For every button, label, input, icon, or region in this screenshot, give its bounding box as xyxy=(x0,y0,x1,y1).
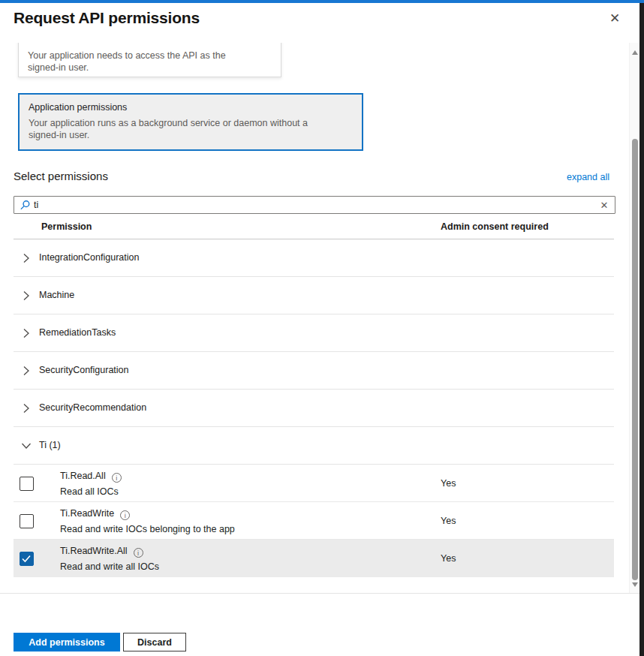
application-permissions-title: Application permissions xyxy=(29,102,353,113)
chevron-down-icon xyxy=(20,440,32,452)
info-icon[interactable]: i xyxy=(112,473,122,483)
search-icon xyxy=(20,200,31,211)
group-label: RemediationTasks xyxy=(39,327,116,338)
permission-name: Ti.ReadWritei xyxy=(60,508,130,520)
checkbox-checked[interactable] xyxy=(20,552,34,566)
permission-row-ti-readwrite-all: Ti.ReadWrite.Alli Read and write all IOC… xyxy=(14,540,614,577)
permission-name: Ti.ReadWrite.Alli xyxy=(60,546,143,558)
group-row-securityrecommendation[interactable]: SecurityRecommendation xyxy=(14,390,614,427)
permission-name: Ti.Read.Alli xyxy=(60,471,122,483)
delegated-permissions-description: Your application needs to access the API… xyxy=(28,50,245,74)
info-icon[interactable]: i xyxy=(120,510,130,520)
close-icon[interactable]: ✕ xyxy=(605,9,624,29)
group-row-ti-expanded[interactable]: Ti (1) xyxy=(14,427,614,465)
group-row-integrationconfiguration[interactable]: IntegrationConfiguration xyxy=(14,239,614,277)
select-permissions-heading: Select permissions xyxy=(14,170,108,182)
admin-consent-value: Yes xyxy=(441,502,456,540)
scrollbar-thumb[interactable] xyxy=(632,139,638,580)
permission-description: Read all IOCs xyxy=(60,486,119,497)
page-title: Request API permissions xyxy=(14,9,200,27)
permission-row-ti-read-all: Ti.Read.Alli Read all IOCs Yes xyxy=(14,465,614,502)
checkmark-icon xyxy=(22,555,31,563)
search-input[interactable] xyxy=(34,197,589,213)
application-permissions-card[interactable]: Application permissions Your application… xyxy=(18,93,363,151)
background-edge-strip xyxy=(639,0,644,656)
chevron-right-icon xyxy=(20,365,32,377)
vertical-scrollbar[interactable] xyxy=(629,43,639,593)
permissions-table: Permission Admin consent required Integr… xyxy=(14,220,614,577)
dialog-header: Request API permissions ✕ xyxy=(0,3,639,43)
scroll-down-icon[interactable] xyxy=(632,582,638,587)
column-header-admin-consent: Admin consent required xyxy=(441,221,549,232)
permission-search-box: ✕ xyxy=(14,196,615,214)
application-permissions-description: Your application runs as a background se… xyxy=(29,117,338,141)
checkbox-unchecked[interactable] xyxy=(20,477,34,491)
permission-description: Read and write IOCs belonging to the app xyxy=(60,524,235,534)
top-accent-bar xyxy=(0,0,644,3)
group-label: SecurityRecommendation xyxy=(39,402,146,413)
group-row-securityconfiguration[interactable]: SecurityConfiguration xyxy=(14,352,614,390)
chevron-right-icon xyxy=(20,290,32,302)
group-label: SecurityConfiguration xyxy=(39,365,129,375)
chevron-right-icon xyxy=(20,402,32,414)
expand-all-link[interactable]: expand all xyxy=(567,172,609,182)
chevron-right-icon xyxy=(20,327,32,339)
clear-search-icon[interactable]: ✕ xyxy=(597,197,611,213)
group-row-machine[interactable]: Machine xyxy=(14,277,614,314)
scroll-up-icon[interactable] xyxy=(632,50,638,55)
footer-divider xyxy=(0,593,639,594)
group-row-remediationtasks[interactable]: RemediationTasks xyxy=(14,314,614,352)
info-icon[interactable]: i xyxy=(134,548,143,558)
column-header-permission: Permission xyxy=(41,221,92,232)
admin-consent-value: Yes xyxy=(441,465,456,502)
admin-consent-value: Yes xyxy=(441,540,456,577)
checkbox-unchecked[interactable] xyxy=(20,514,34,528)
chevron-right-icon xyxy=(20,252,32,264)
delegated-permissions-card[interactable]: Your application needs to access the API… xyxy=(18,43,281,77)
add-permissions-button[interactable]: Add permissions xyxy=(14,633,120,651)
permission-row-ti-readwrite: Ti.ReadWritei Read and write IOCs belong… xyxy=(14,502,614,540)
group-label: Ti (1) xyxy=(39,440,61,450)
group-label: Machine xyxy=(39,290,74,300)
permission-description: Read and write all IOCs xyxy=(60,561,159,572)
table-header: Permission Admin consent required xyxy=(14,220,614,239)
dialog-scroll-area: Your application needs to access the API… xyxy=(0,43,629,593)
discard-button[interactable]: Discard xyxy=(123,633,186,651)
group-label: IntegrationConfiguration xyxy=(39,252,139,263)
